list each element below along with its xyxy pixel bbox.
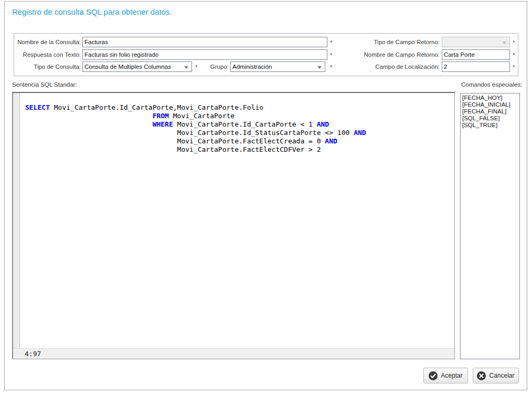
required-marker: * — [513, 37, 519, 47]
nombre-consulta-input[interactable] — [82, 37, 327, 47]
cancelar-button-label: Cancelar — [489, 372, 514, 379]
sql-editor-gutter — [13, 93, 20, 348]
nombre-campo-retorno-label: Nombre de Campo Retorno: — [350, 49, 440, 60]
tipo-consulta-label: Tipo de Consulta: — [17, 61, 81, 72]
aceptar-button[interactable]: Aceptar — [423, 368, 468, 383]
tipo-campo-retorno-label: Tipo de Campo Retorno: — [350, 37, 440, 47]
list-item[interactable]: [SQL_FALSE] — [462, 115, 519, 122]
sql-line: Movi_CartaPorte.FactElectCreada = 0 AND — [25, 137, 454, 145]
sql-line: FROM Movi_CartaPorte — [25, 112, 454, 120]
sql-line: WHERE Movi_CartaPorte.Id_CartaPorte < 1 … — [25, 120, 454, 129]
sql-cursor-position: 4:97 — [13, 348, 454, 359]
list-item[interactable]: [FECHA_HOY] — [462, 95, 519, 101]
nombre-consulta-label: Nombre de la Consulta: — [17, 37, 81, 47]
comandos-label: Comandos especiales: — [461, 81, 522, 88]
cancelar-button[interactable]: Cancelar — [473, 368, 519, 383]
comandos-list[interactable]: [FECHA_HOY][FECHA_INICIAL][FECHA_FINAL][… — [460, 93, 520, 359]
tipo-consulta-combo[interactable]: Consulta de Multiples Columnas — [82, 61, 192, 72]
required-marker: * — [330, 37, 336, 47]
list-item[interactable]: [SQL_TRUE] — [462, 122, 519, 129]
required-marker: * — [513, 49, 519, 60]
grupo-combo[interactable]: Administración — [230, 61, 325, 72]
respuesta-texto-label: Respuesta con Texto: — [17, 49, 81, 60]
tipo-consulta-value: Consulta de Multiples Columnas — [84, 64, 171, 70]
page-title: Registro de consulta SQL para obtener da… — [12, 7, 172, 16]
list-item[interactable]: [FECHA_INICIAL] — [462, 101, 519, 108]
list-item[interactable]: [FECHA_FINAL] — [462, 108, 519, 115]
required-marker: * — [513, 61, 519, 72]
aceptar-button-label: Aceptar — [441, 372, 462, 379]
sql-line: Movi_CartaPorte.FactElectCDFVer > 2 — [25, 145, 454, 154]
sql-line: SELECT Movi_CartaPorte.Id_CartaPorte,Mov… — [25, 103, 454, 112]
sql-editor[interactable]: SELECT Movi_CartaPorte.Id_CartaPorte,Mov… — [12, 92, 455, 359]
dialog-window: Registro de consulta SQL para obtener da… — [4, 1, 527, 390]
campo-localizacion-label: Campo de Localización: — [350, 61, 440, 72]
campo-localizacion-input[interactable] — [442, 61, 510, 72]
respuesta-texto-input[interactable] — [82, 49, 327, 60]
required-marker: * — [330, 49, 336, 60]
required-marker: * — [330, 61, 336, 72]
chevron-down-icon — [317, 66, 322, 69]
grupo-label: Grupo: — [187, 61, 229, 72]
form-panel: Nombre de la Consulta: * Tipo de Campo R… — [14, 33, 518, 76]
nombre-campo-retorno-input[interactable] — [442, 49, 510, 60]
check-circle-icon — [429, 371, 438, 380]
grupo-value: Administración — [232, 64, 272, 70]
chevron-down-icon — [502, 41, 506, 44]
x-circle-icon — [477, 371, 486, 380]
sql-line: Movi_CartaPorte.Id_StatusCartaPorte <> 1… — [25, 129, 454, 137]
tipo-campo-retorno-combo — [442, 37, 510, 47]
sql-editor-label: Sentencia SQL Standar: — [12, 81, 77, 88]
sql-code[interactable]: SELECT Movi_CartaPorte.Id_CartaPorte,Mov… — [20, 93, 454, 348]
